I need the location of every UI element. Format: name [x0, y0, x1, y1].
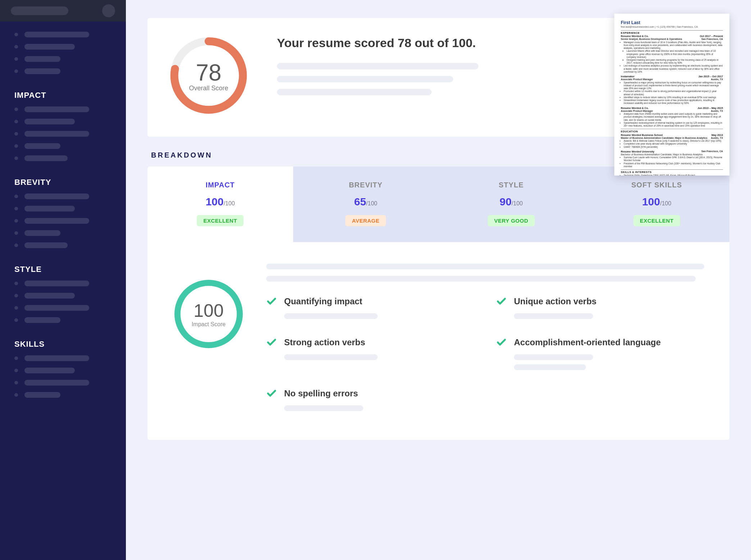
check-label: Quantifying impact [284, 296, 362, 306]
nav-item[interactable] [14, 293, 111, 299]
nav-item[interactable] [14, 106, 111, 112]
check-quantifying-impact: Quantifying impact [266, 296, 474, 319]
nav-item[interactable] [14, 305, 111, 311]
tab-brevity[interactable]: BREVITY 65/100 AVERAGE [293, 167, 439, 242]
nav-section-label: BREVITY [14, 178, 111, 187]
placeholder-line [514, 364, 586, 370]
placeholder-line [284, 354, 378, 360]
nav-item[interactable] [14, 392, 111, 398]
tab-score: 100/100 [591, 196, 723, 208]
placeholder-line [277, 76, 453, 82]
main-content: 78 Overall Score Your resume scored 78 o… [126, 0, 751, 560]
nav-group-general [0, 22, 126, 84]
avatar[interactable] [102, 4, 115, 17]
sidebar: IMPACT BREVITY STYLE SKILLS [0, 0, 126, 560]
logo-placeholder [11, 6, 68, 15]
tab-style[interactable]: STYLE 90/100 VERY GOOD [438, 167, 584, 242]
impact-score-value: 100 [194, 300, 223, 321]
impact-score-label: Impact Score [192, 321, 226, 328]
check-no-spelling-errors: No spelling errors [266, 388, 474, 411]
nav-item[interactable] [14, 119, 111, 124]
nav-item[interactable] [14, 380, 111, 386]
check-label: No spelling errors [284, 388, 358, 399]
check-icon [266, 388, 277, 399]
nav-section-label: IMPACT [14, 91, 111, 100]
placeholder-line [284, 313, 378, 319]
placeholder-line [277, 63, 478, 69]
tab-impact[interactable]: IMPACT 100/100 EXCELLENT [147, 167, 293, 242]
placeholder-line [266, 276, 696, 282]
detail-body: Quantifying impact Unique action verbs S… [266, 264, 704, 411]
overall-score-label: Overall Score [189, 85, 228, 92]
resume-section-education: EDUCATION [621, 129, 723, 133]
check-label: Accomplishment-oriented language [514, 337, 661, 347]
nav-item[interactable] [14, 143, 111, 149]
nav-item[interactable] [14, 317, 111, 323]
nav-group-style: STYLE [0, 258, 126, 333]
status-badge: VERY GOOD [488, 215, 535, 226]
check-icon [496, 337, 507, 348]
impact-score-gauge: 100 Impact Score [173, 278, 245, 350]
resume-thumbnail[interactable]: First Last first.last@resumeworded.com |… [614, 14, 729, 176]
placeholder-line [266, 264, 704, 269]
check-icon [266, 337, 277, 348]
nav-group-brevity: BREVITY [0, 171, 126, 258]
tab-title: SOFT SKILLS [591, 181, 723, 189]
nav-item[interactable] [14, 355, 111, 361]
status-badge: AVERAGE [345, 215, 386, 226]
detail-panel: 100 Impact Score Quantifying impact [147, 242, 729, 440]
nav-group-skills: SKILLS [0, 333, 126, 408]
nav-item[interactable] [14, 44, 111, 50]
resume-section-skills: SKILLS & INTERESTS [621, 169, 723, 174]
sidebar-topbar [0, 0, 126, 22]
tab-title: BREVITY [300, 181, 432, 189]
tab-score: 90/100 [446, 196, 577, 208]
nav-item[interactable] [14, 68, 111, 74]
placeholder-line [514, 313, 593, 319]
nav-item[interactable] [14, 218, 111, 224]
tab-score: 100/100 [155, 196, 286, 208]
nav-item[interactable] [14, 281, 111, 286]
check-strong-action-verbs: Strong action verbs [266, 337, 474, 370]
check-unique-action-verbs: Unique action verbs [496, 296, 704, 319]
check-label: Unique action verbs [514, 296, 596, 306]
nav-item[interactable] [14, 194, 111, 199]
nav-item[interactable] [14, 206, 111, 211]
nav-group-impact: IMPACT [0, 84, 126, 171]
nav-section-label: STYLE [14, 265, 111, 274]
nav-item[interactable] [14, 230, 111, 236]
nav-section-label: SKILLS [14, 340, 111, 349]
status-badge: EXCELLENT [197, 215, 243, 226]
tab-title: STYLE [446, 181, 577, 189]
check-label: Strong action verbs [284, 337, 365, 347]
placeholder-line [514, 354, 593, 360]
tab-soft-skills[interactable]: SOFT SKILLS 100/100 EXCELLENT [584, 167, 730, 242]
checks-grid: Quantifying impact Unique action verbs S… [266, 296, 704, 411]
check-icon [496, 296, 507, 307]
nav-item[interactable] [14, 242, 111, 248]
tab-score: 65/100 [300, 196, 432, 208]
resume-contact: first.last@resumeworded.com | +1 (123) 4… [621, 26, 723, 29]
placeholder-line [284, 405, 363, 411]
resume-name: First Last [621, 20, 723, 26]
tab-title: IMPACT [155, 181, 286, 189]
nav-item[interactable] [14, 155, 111, 161]
check-icon [266, 296, 277, 307]
nav-item[interactable] [14, 368, 111, 373]
breakdown-tabs: IMPACT 100/100 EXCELLENT BREVITY 65/100 … [147, 167, 729, 242]
nav-item[interactable] [14, 32, 111, 37]
placeholder-line [277, 89, 432, 95]
nav-item[interactable] [14, 131, 111, 137]
overall-score-value: 78 [196, 59, 221, 86]
check-accomplishment-oriented: Accomplishment-oriented language [496, 337, 704, 370]
overall-score-gauge: 78 Overall Score [169, 36, 248, 115]
status-badge: EXCELLENT [633, 215, 680, 226]
nav-item[interactable] [14, 56, 111, 62]
resume-section-experience: EXPERIENCE [621, 30, 723, 35]
